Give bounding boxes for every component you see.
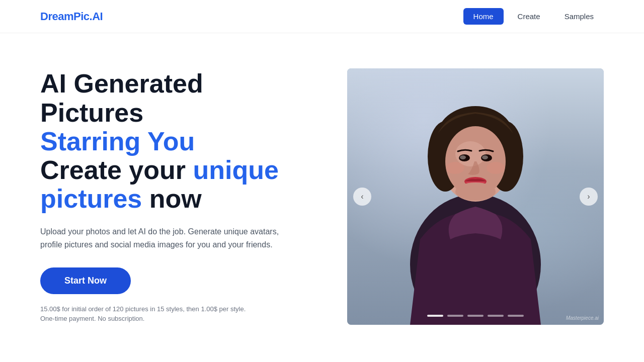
chevron-right-icon: › xyxy=(587,192,590,201)
carousel-next-button[interactable]: › xyxy=(580,188,598,206)
hero-title-line3-blue: unique xyxy=(193,155,278,185)
hero-carousel: ‹ › Masterpiece.ai xyxy=(347,68,604,325)
logo-highlight: Pic xyxy=(73,10,90,23)
carousel-dots xyxy=(427,315,524,317)
carousel-dot-3[interactable] xyxy=(467,315,484,317)
main-content: AI Generated Pictures Starring You Creat… xyxy=(0,33,644,360)
nav-samples[interactable]: Samples xyxy=(554,8,604,25)
logo-prefix: Dream xyxy=(40,10,73,23)
nav-home[interactable]: Home xyxy=(463,8,504,25)
carousel-dot-1[interactable] xyxy=(427,315,443,317)
svg-point-7 xyxy=(455,141,486,166)
svg-point-15 xyxy=(487,162,505,174)
hero-description: Upload your photos and let AI do the job… xyxy=(40,225,302,251)
carousel-dot-5[interactable] xyxy=(508,315,524,317)
carousel-dot-4[interactable] xyxy=(488,315,504,317)
svg-point-14 xyxy=(446,162,464,174)
svg-point-11 xyxy=(482,155,488,159)
logo: DreamPic.AI xyxy=(40,10,103,23)
carousel-dot-2[interactable] xyxy=(447,315,463,317)
hero-title: AI Generated Pictures Starring You Creat… xyxy=(40,69,307,213)
main-nav: Home Create Samples xyxy=(463,8,604,25)
hero-left: AI Generated Pictures Starring You Creat… xyxy=(40,69,307,323)
hero-title-line4-blue: pictures xyxy=(40,184,142,213)
logo-suffix: .AI xyxy=(90,10,103,23)
svg-point-13 xyxy=(455,183,496,201)
start-now-button[interactable]: Start Now xyxy=(40,267,131,294)
svg-point-10 xyxy=(460,155,466,159)
portrait-image xyxy=(390,78,561,325)
chevron-left-icon: ‹ xyxy=(361,192,363,201)
hero-title-line1: AI Generated Pictures xyxy=(40,69,203,127)
hero-title-line3-prefix: Create your xyxy=(40,155,193,185)
carousel-prev-button[interactable]: ‹ xyxy=(353,188,371,206)
hero-title-line4-suffix: now xyxy=(142,184,201,213)
header: DreamPic.AI Home Create Samples xyxy=(0,0,644,33)
nav-create[interactable]: Create xyxy=(508,8,550,25)
hero-title-line2: Starring You xyxy=(40,127,195,156)
watermark: Masterpiece.ai xyxy=(566,315,599,321)
pricing-line1: 15.00$ for initial order of 120 pictures… xyxy=(40,305,246,313)
pricing-note: 15.00$ for initial order of 120 pictures… xyxy=(40,304,307,324)
pricing-line2: One-time payment. No subscription. xyxy=(40,315,144,322)
